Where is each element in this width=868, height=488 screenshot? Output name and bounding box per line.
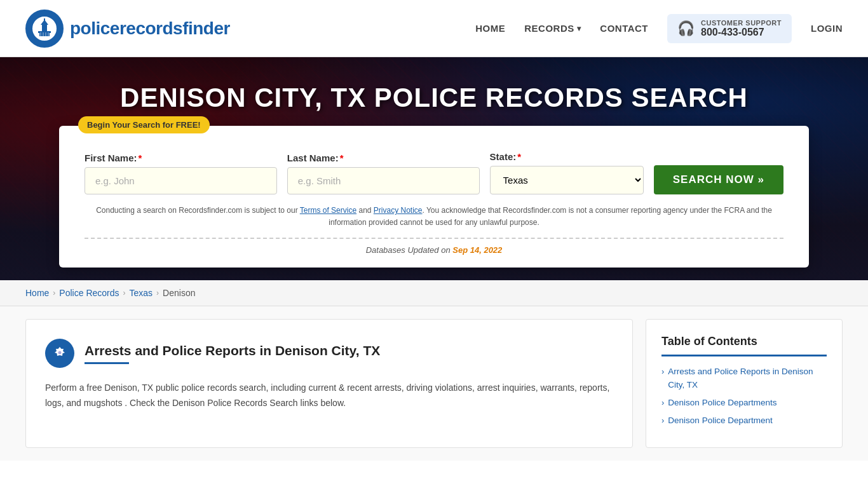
toc-link[interactable]: Denison Police Department	[668, 414, 772, 427]
badge-icon	[52, 346, 67, 361]
hero-section: DENISON CITY, TX POLICE RECORDS SEARCH B…	[0, 57, 868, 280]
privacy-link[interactable]: Privacy Notice	[374, 206, 423, 215]
divider	[85, 238, 783, 239]
svg-rect-5	[44, 18, 45, 21]
svg-rect-3	[42, 25, 47, 32]
site-header: policerecordsfinder HOME RECORDS ▾ CONTA…	[0, 0, 868, 57]
article-icon	[45, 339, 74, 368]
logo-area: policerecordsfinder	[25, 10, 230, 48]
toc-link[interactable]: Arrests and Police Reports in Denison Ci…	[668, 365, 827, 391]
page-title: DENISON CITY, TX POLICE RECORDS SEARCH	[107, 57, 761, 126]
chevron-right-icon: ›	[661, 398, 664, 407]
svg-rect-9	[48, 32, 49, 36]
state-group: State:* AlabamaAlaskaArizonaArkansasCali…	[490, 151, 644, 194]
toc-section: Table of Contents ›Arrests and Police Re…	[646, 319, 843, 448]
nav-home[interactable]: HOME	[475, 23, 505, 34]
breadcrumb: Home › Police Records › Texas › Denison	[0, 280, 868, 306]
first-name-label: First Name:*	[85, 152, 277, 163]
chevron-right-icon: ›	[661, 367, 664, 376]
breadcrumb-state[interactable]: Texas	[130, 288, 153, 298]
legal-text: Conducting a search on Recordsfinder.com…	[85, 205, 783, 229]
separator-icon: ›	[53, 288, 55, 297]
toc-list: ›Arrests and Police Reports in Denison C…	[661, 365, 827, 427]
breadcrumb-police-records[interactable]: Police Records	[59, 288, 119, 298]
support-label: CUSTOMER SUPPORT	[701, 19, 782, 27]
first-name-input[interactable]	[85, 167, 277, 194]
chevron-right-icon: ›	[661, 416, 664, 425]
support-number: 800-433-0567	[701, 27, 782, 38]
last-name-label: Last Name:*	[287, 152, 480, 163]
support-box: 🎧 CUSTOMER SUPPORT 800-433-0567	[667, 14, 792, 43]
svg-point-10	[58, 351, 62, 355]
toc-divider	[661, 355, 827, 356]
svg-rect-7	[43, 32, 44, 36]
separator-icon: ›	[123, 288, 126, 297]
free-badge: Begin Your Search for FREE!	[78, 116, 210, 133]
main-content: Arrests and Police Reports in Denison Ci…	[0, 306, 868, 461]
article-body: Perform a free Denison, TX public police…	[45, 381, 613, 411]
main-nav: HOME RECORDS ▾ CONTACT 🎧 CUSTOMER SUPPOR…	[475, 14, 843, 43]
phone-icon: 🎧	[677, 20, 695, 37]
logo-text: policerecordsfinder	[70, 18, 230, 39]
chevron-down-icon: ▾	[577, 24, 581, 33]
tos-link[interactable]: Terms of Service	[300, 206, 356, 215]
article-underline	[85, 362, 129, 364]
toc-item: ›Denison Police Departments	[661, 396, 827, 409]
first-name-group: First Name:*	[85, 152, 277, 194]
search-fields: First Name:* Last Name:* State:* Alabama…	[85, 151, 783, 194]
state-label: State:*	[490, 151, 644, 162]
breadcrumb-current: Denison	[163, 288, 195, 298]
separator-icon: ›	[156, 288, 159, 297]
last-name-group: Last Name:*	[287, 152, 480, 194]
state-select[interactable]: AlabamaAlaskaArizonaArkansasCaliforniaCo…	[490, 166, 644, 194]
last-name-input[interactable]	[287, 167, 480, 194]
article-title: Arrests and Police Reports in Denison Ci…	[85, 343, 380, 358]
svg-rect-8	[45, 32, 46, 36]
db-updated: Databases Updated on Sep 14, 2022	[85, 245, 783, 255]
login-button[interactable]: LOGIN	[811, 23, 843, 34]
toc-title: Table of Contents	[661, 335, 827, 348]
logo-icon	[25, 10, 64, 48]
toc-link[interactable]: Denison Police Departments	[668, 396, 776, 409]
search-card: Begin Your Search for FREE! First Name:*…	[59, 126, 809, 268]
article-header: Arrests and Police Reports in Denison Ci…	[45, 339, 613, 368]
svg-rect-6	[40, 32, 41, 36]
nav-records[interactable]: RECORDS ▾	[524, 23, 581, 34]
toc-item: ›Arrests and Police Reports in Denison C…	[661, 365, 827, 391]
search-button[interactable]: SEARCH NOW »	[654, 165, 783, 194]
article-section: Arrests and Police Reports in Denison Ci…	[25, 319, 633, 448]
breadcrumb-home[interactable]: Home	[25, 288, 49, 298]
toc-item: ›Denison Police Department	[661, 414, 827, 427]
nav-contact[interactable]: CONTACT	[600, 23, 648, 34]
